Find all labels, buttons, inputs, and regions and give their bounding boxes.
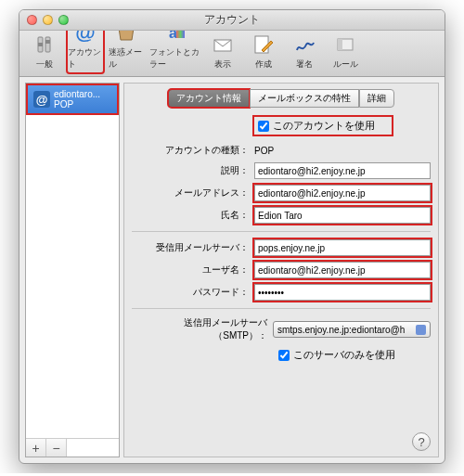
accounts-sidebar: @ ediontaro... POP + − <box>25 83 120 457</box>
toolbar-composing[interactable]: 作成 <box>244 28 283 74</box>
titlebar: アカウント <box>19 10 445 31</box>
at-icon: @ <box>33 91 50 108</box>
separator <box>132 231 431 232</box>
username-input[interactable] <box>254 262 431 278</box>
account-type: POP <box>54 99 100 109</box>
email-label: メールアドレス： <box>132 187 254 199</box>
toolbar-signatures[interactable]: 署名 <box>285 28 324 74</box>
incoming-label: 受信用メールサーバ： <box>132 241 254 254</box>
svg-rect-1 <box>45 37 50 52</box>
account-type-value: POP <box>254 146 431 156</box>
smtp-selected-value: smtps.enjoy.ne.jp:ediontaro@h <box>277 325 405 335</box>
toolbar-label: ルール <box>333 58 358 71</box>
window-title: アカウント <box>19 12 445 28</box>
svg-rect-3 <box>45 40 50 44</box>
description-label: 説明： <box>132 164 254 177</box>
signature-icon <box>291 32 317 58</box>
use-account-checkbox[interactable] <box>258 121 269 132</box>
sidebar-footer: + − <box>26 438 119 457</box>
add-account-button[interactable]: + <box>26 439 46 457</box>
smtp-label: 送信用メールサーバ（SMTP）： <box>132 316 273 342</box>
account-form: このアカウントを使用 アカウントの種類： POP 説明： メールアドレス： 氏名… <box>132 115 431 362</box>
tab-mailbox-behaviors[interactable]: メールボックスの特性 <box>250 89 359 108</box>
toolbar-label: 迷惑メール <box>109 46 144 71</box>
smtp-only-checkbox[interactable] <box>278 350 290 361</box>
email-input[interactable] <box>254 185 431 201</box>
svg-rect-2 <box>38 43 43 46</box>
password-input[interactable] <box>254 284 431 301</box>
toolbar-rules[interactable]: ルール <box>326 28 365 74</box>
username-label: ユーザ名： <box>132 264 254 277</box>
toolbar-label: フォントとカラー <box>149 46 200 71</box>
help-button[interactable]: ? <box>412 432 431 451</box>
smtp-only-label: このサーバのみを使用 <box>293 348 395 362</box>
gear-icon <box>32 32 58 58</box>
account-type-label: アカウントの種類： <box>132 144 254 157</box>
toolbar: 一般 @ アカウント 迷惑メール a フォントとカラー 表示 <box>19 31 445 77</box>
rules-icon <box>332 32 358 58</box>
separator <box>132 308 431 309</box>
toolbar-viewing[interactable]: 表示 <box>203 28 242 74</box>
tab-account-info[interactable]: アカウント情報 <box>168 89 250 108</box>
content-area: @ ediontaro... POP + − アカウント情報 メールボックスの特… <box>19 77 445 463</box>
fullname-label: 氏名： <box>132 209 254 222</box>
toolbar-label: 一般 <box>36 58 53 71</box>
toolbar-general[interactable]: 一般 <box>25 28 64 74</box>
description-input[interactable] <box>254 162 431 179</box>
account-item[interactable]: @ ediontaro... POP <box>26 84 119 115</box>
tab-advanced[interactable]: 詳細 <box>359 89 394 108</box>
toolbar-label: 作成 <box>255 58 272 71</box>
incoming-server-input[interactable] <box>254 239 431 256</box>
preferences-window: アカウント 一般 @ アカウント 迷惑メール a フォントとカラー <box>19 9 445 464</box>
tabs: アカウント情報 メールボックスの特性 詳細 <box>132 89 431 108</box>
remove-account-button[interactable]: − <box>46 439 67 457</box>
use-account-label: このアカウントを使用 <box>273 119 375 133</box>
fullname-input[interactable] <box>254 207 431 224</box>
toolbar-label: 表示 <box>214 58 231 71</box>
svg-rect-11 <box>338 39 342 50</box>
account-name: ediontaro... <box>54 89 100 99</box>
password-label: パスワード： <box>132 286 254 299</box>
toolbar-label: アカウント <box>68 46 103 71</box>
envelope-icon <box>210 32 236 58</box>
account-detail-panel: アカウント情報 メールボックスの特性 詳細 このアカウントを使用 アカウントの種… <box>123 83 439 457</box>
compose-icon <box>251 32 277 58</box>
toolbar-label: 署名 <box>296 58 313 71</box>
smtp-server-select[interactable]: smtps.enjoy.ne.jp:ediontaro@h <box>273 321 431 338</box>
